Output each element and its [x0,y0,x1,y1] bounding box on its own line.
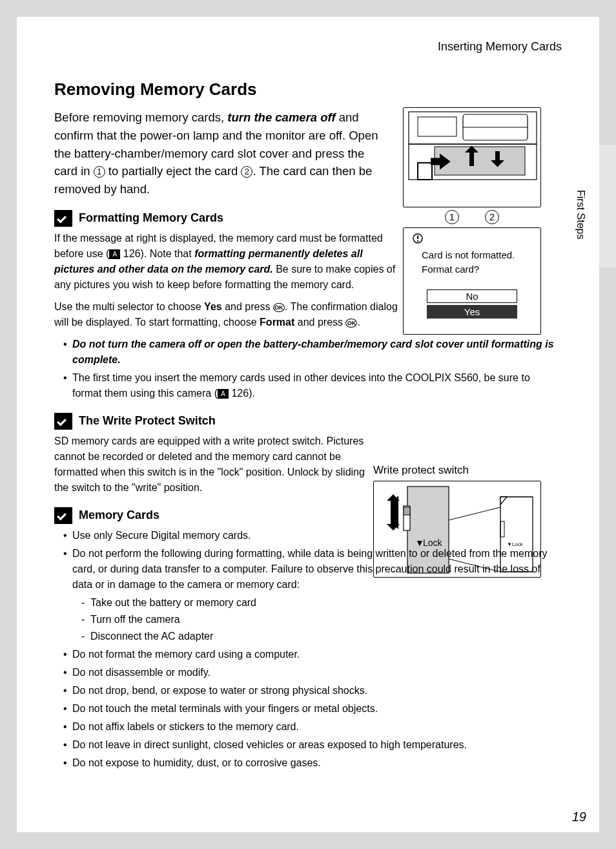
ok-icon: OK [273,303,285,312]
svg-point-9 [417,240,418,242]
side-tab [599,145,616,267]
sub-list: Take out the battery or memory card Turn… [72,595,562,644]
side-tab-label: First Steps [575,190,586,239]
dialog-line1: Card is not formatted. [422,249,515,260]
ref-icon: A [109,249,120,259]
dialog-box: Card is not formatted. Format card? No Y… [403,227,541,335]
list-item: The first time you insert the memory car… [63,370,562,401]
dialog-message: Card is not formatted. Format card? [422,248,535,277]
write-protect-p: SD memory cards are equipped with a writ… [54,434,371,496]
section-title-memory-cards: Memory Cards [79,508,159,522]
formatting-p1: If the message at right is displayed, th… [54,231,403,293]
list-item: Do not expose to humidity, dust, or to c… [63,755,562,771]
list-item: Do not affix labels or stickers to the m… [63,719,562,735]
check-icon [54,413,72,430]
list-item: Do not disassemble or modify. [63,665,562,680]
svg-rect-6 [418,163,432,180]
ok-icon: OK [345,319,357,328]
check-icon [54,210,72,227]
list-item: Do not perform the following during form… [63,546,562,644]
section-title-formatting: Formatting Memory Cards [79,211,223,225]
camera-labels: 1 2 [403,210,541,224]
step-2-icon: 2 [241,166,252,178]
page-title: Removing Memory Cards [54,79,562,100]
svg-rect-12 [404,507,410,515]
dialog-figure: Card is not formatted. Format card? No Y… [403,227,541,335]
page: First Steps Inserting Memory Cards Remov… [17,17,599,832]
ref-icon: A [218,389,229,399]
list-item: Use only Secure Digital memory cards. [63,528,562,543]
list-item: Disconnect the AC adapter [81,629,562,644]
page-number: 19 [572,810,586,824]
section-title-write-protect: The Write Protect Switch [79,414,216,428]
camera-figure: 1 2 [403,107,541,224]
formatting-bullets: Do not turn the camera off or open the b… [54,337,562,401]
dialog-option-no: No [427,289,517,303]
list-item: Do not format the memory card using a co… [63,647,562,662]
warning-icon [413,233,535,246]
write-protect-caption: Write protect switch [373,464,541,477]
svg-rect-1 [418,117,457,136]
check-icon [54,507,72,524]
dialog-option-yes: Yes [427,305,517,319]
list-item: Turn off the camera [81,612,562,627]
list-item: Do not turn the camera off or open the b… [63,337,562,368]
label-2: 2 [485,210,499,224]
step-1-icon: 1 [94,166,105,178]
label-1: 1 [445,210,459,224]
list-item: Do not leave in direct sunlight, closed … [63,737,562,753]
formatting-p2: Use the multi selector to choose Yes and… [54,299,403,330]
camera-illustration [403,107,541,207]
breadcrumb: Inserting Memory Cards [54,40,562,54]
memory-cards-bullets: Use only Secure Digital memory cards. Do… [54,528,562,771]
list-item: Do not drop, bend, or expose to water or… [63,683,562,698]
section-memory-cards: Memory Cards Use only Secure Digital mem… [54,507,562,771]
list-item: Take out the battery or memory card [81,595,562,611]
list-item: Do not touch the metal terminals with yo… [63,701,562,717]
intro-paragraph: Before removing memory cards, turn the c… [54,109,384,198]
dialog-line2: Format card? [422,264,479,275]
svg-line-15 [449,507,500,520]
